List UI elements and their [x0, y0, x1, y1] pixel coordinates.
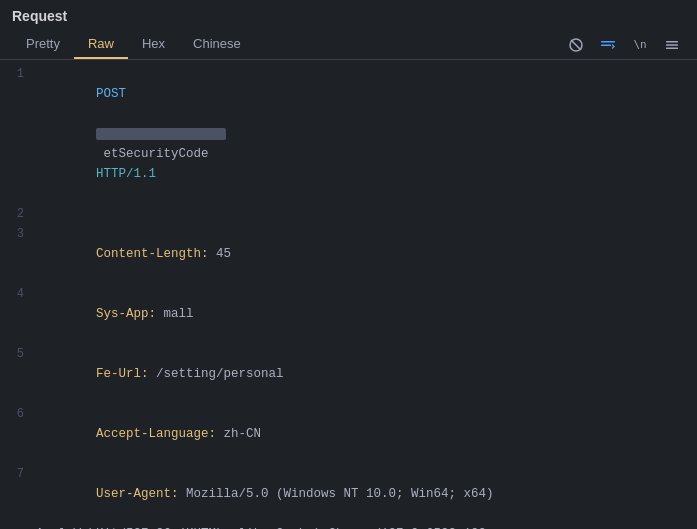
tab-raw[interactable]: Raw	[74, 30, 128, 59]
svg-rect-3	[601, 44, 611, 46]
menu-icon[interactable]	[659, 32, 685, 58]
blur-toggle-icon[interactable]	[563, 32, 589, 58]
svg-rect-4	[666, 41, 678, 43]
tabs-row: Pretty Raw Hex Chinese	[12, 30, 685, 59]
svg-rect-6	[666, 47, 678, 49]
newline-icon[interactable]: \n	[627, 32, 653, 58]
line-7-wrap1: AppleWebKit/537.36 (KHTML, like Gecko) C…	[0, 524, 697, 529]
blurred-url	[96, 128, 226, 140]
http-protocol: HTTP/1.1	[96, 167, 156, 181]
line-7: 7 User-Agent: Mozilla/5.0 (Windows NT 10…	[0, 464, 697, 524]
panel-title: Request	[12, 8, 685, 24]
title-bar: Request Pretty Raw Hex Chinese	[0, 0, 697, 59]
request-panel: Request Pretty Raw Hex Chinese	[0, 0, 697, 529]
svg-rect-2	[601, 41, 615, 43]
http-method: POST	[96, 87, 126, 101]
line-3: 3 Content-Length: 45	[0, 224, 697, 284]
tab-pretty[interactable]: Pretty	[12, 30, 74, 59]
line-4: 4 Sys-App: mall	[0, 284, 697, 344]
line-5: 5 Fe-Url: /setting/personal	[0, 344, 697, 404]
content-area[interactable]: 1 POST etSecurityCode HTTP/1.1 2 3 Conte…	[0, 60, 697, 529]
tab-hex[interactable]: Hex	[128, 30, 179, 59]
line-1: 1 POST etSecurityCode HTTP/1.1	[0, 64, 697, 204]
wrap-toggle-icon[interactable]	[595, 32, 621, 58]
line-6: 6 Accept-Language: zh-CN	[0, 404, 697, 464]
tab-chinese[interactable]: Chinese	[179, 30, 255, 59]
toolbar-icons: \n	[563, 32, 685, 58]
svg-rect-5	[666, 44, 678, 46]
line-2: 2	[0, 204, 697, 224]
tabs: Pretty Raw Hex Chinese	[12, 30, 255, 59]
svg-line-1	[571, 40, 581, 50]
